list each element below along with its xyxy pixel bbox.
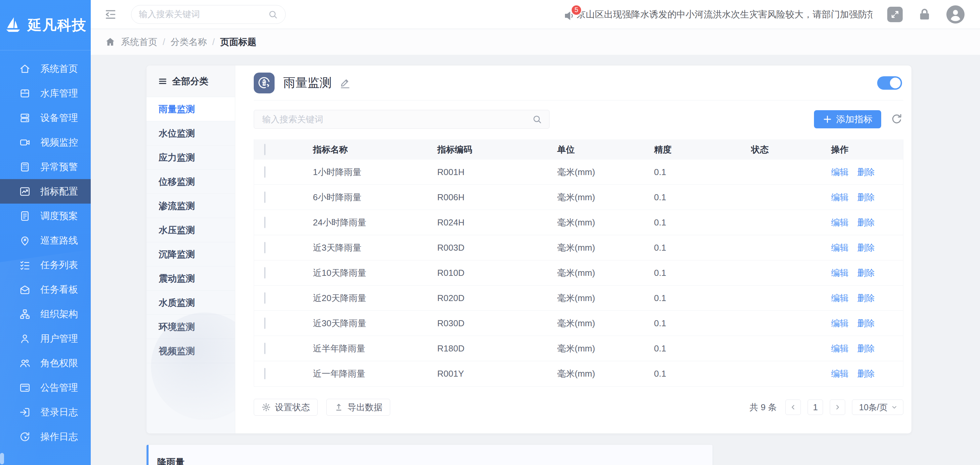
global-search-input[interactable] [139, 9, 268, 19]
delete-link[interactable]: 删除 [858, 343, 875, 354]
user-avatar[interactable] [947, 5, 964, 24]
metric-precision: 0.1 [654, 343, 751, 354]
metrics-table: 指标名称 指标编码 单位 精度 状态 操作 1小时降雨量 R001H 毫米(mm… [254, 140, 904, 387]
chevron-down-icon [891, 404, 898, 411]
announcement[interactable]: 5 京山区出现强降水诱发的中小河流洪水次生灾害风险较大，请部门加强防范。2025… [564, 6, 872, 23]
row-checkbox[interactable] [264, 292, 266, 304]
metric-code: R001H [437, 167, 557, 178]
category-item[interactable]: 震动监测 [146, 267, 235, 290]
delete-link[interactable]: 删除 [858, 217, 875, 229]
rainfall-chart-title: 降雨量 [157, 456, 713, 465]
delete-link[interactable]: 删除 [858, 317, 875, 329]
delete-link[interactable]: 删除 [858, 242, 875, 254]
lock-icon[interactable] [918, 7, 932, 22]
edit-link[interactable]: 编辑 [831, 343, 849, 354]
metric-name: 近一年降雨量 [313, 368, 437, 380]
search-icon[interactable] [532, 114, 542, 124]
chevron-right-icon [834, 403, 841, 411]
edit-link[interactable]: 编辑 [831, 267, 849, 279]
sidebar-item[interactable]: 巡查路线 [0, 228, 91, 253]
category-panel-title: 全部分类 [172, 75, 208, 87]
gear-icon [261, 403, 271, 412]
metric-name: 6小时降雨量 [313, 192, 437, 203]
category-item[interactable]: 水位监测 [146, 121, 235, 146]
breadcrumb-item[interactable]: 系统首页 [121, 36, 157, 48]
table-search-input[interactable] [254, 110, 549, 129]
current-page[interactable]: 1 [808, 400, 823, 415]
delete-link[interactable]: 删除 [858, 292, 875, 304]
edit-title-icon[interactable] [339, 77, 351, 89]
metric-name: 近10天降雨量 [313, 267, 437, 279]
table-search [254, 110, 549, 129]
category-enable-toggle[interactable] [877, 76, 902, 90]
sidebar-item[interactable]: 系统首页 [0, 56, 91, 81]
delete-link[interactable]: 删除 [858, 368, 875, 380]
global-search [131, 5, 286, 24]
sidebar-scrollbar[interactable] [0, 453, 4, 464]
metric-unit: 毫米(mm) [557, 192, 654, 203]
brand-logo[interactable]: 延凡科技 [0, 0, 91, 51]
sidebar-item[interactable]: 异常预警 [0, 154, 91, 179]
category-title-row: 雨量监测 [254, 65, 904, 100]
search-icon[interactable] [268, 10, 278, 19]
edit-link[interactable]: 编辑 [831, 368, 849, 380]
metric-precision: 0.1 [654, 167, 751, 178]
metric-unit: 毫米(mm) [557, 368, 654, 380]
export-icon [334, 403, 344, 412]
row-checkbox[interactable] [264, 368, 266, 379]
category-item[interactable]: 雨量监测 [146, 97, 235, 121]
prev-page-button[interactable] [786, 400, 801, 415]
sidebar-item[interactable]: 视频监控 [0, 130, 91, 154]
category-item[interactable]: 应力监测 [146, 146, 235, 170]
sidebar-item[interactable]: 调度预案 [0, 204, 91, 228]
row-checkbox[interactable] [264, 343, 266, 354]
set-status-button[interactable]: 设置状态 [254, 399, 318, 416]
content-area: 全部分类 雨量监测水位监测应力监测位移监测渗流监测水压监测沉降监测震动监测水质监… [91, 55, 980, 465]
category-item[interactable]: 渗流监测 [146, 194, 235, 218]
edit-link[interactable]: 编辑 [831, 192, 849, 203]
metric-code: R003D [437, 243, 557, 253]
page-size-select[interactable]: 10条/页 [852, 400, 904, 415]
row-checkbox[interactable] [264, 317, 266, 329]
breadcrumb-home-icon[interactable] [105, 37, 116, 48]
select-all-checkbox[interactable] [264, 144, 266, 155]
edit-link[interactable]: 编辑 [831, 317, 849, 329]
col-header: 指标编码 [437, 144, 557, 156]
refresh-icon[interactable] [890, 113, 904, 126]
row-checkbox[interactable] [264, 166, 266, 178]
export-data-button[interactable]: 导出数据 [326, 399, 390, 416]
menu-fold-icon[interactable] [104, 8, 117, 21]
metric-code: R024H [437, 217, 557, 228]
metric-unit: 毫米(mm) [557, 267, 654, 279]
edit-link[interactable]: 编辑 [831, 217, 849, 229]
category-panel-header[interactable]: 全部分类 [146, 65, 235, 97]
metric-code: R006H [437, 192, 557, 203]
row-checkbox[interactable] [264, 217, 266, 228]
table-row: 近30天降雨量 R030D 毫米(mm) 0.1 编辑 删除 [254, 311, 903, 336]
category-item[interactable]: 沉降监测 [146, 242, 235, 267]
category-item[interactable]: 水压监测 [146, 218, 235, 242]
row-checkbox[interactable] [264, 192, 266, 203]
sidebar-item[interactable]: 水库管理 [0, 81, 91, 105]
fullscreen-icon[interactable] [887, 7, 903, 22]
add-metric-button[interactable]: 添加指标 [814, 110, 881, 129]
breadcrumb-separator: / [163, 37, 165, 48]
delete-link[interactable]: 删除 [858, 166, 875, 178]
row-checkbox[interactable] [264, 242, 266, 253]
category-item[interactable]: 水质监测 [146, 290, 235, 315]
breadcrumb-item[interactable]: 分类名称 [171, 36, 207, 48]
table-header-row: 指标名称 指标编码 单位 精度 状态 操作 [254, 140, 903, 160]
category-item[interactable]: 位移监测 [146, 170, 235, 194]
sidebar-item[interactable]: 设备管理 [0, 105, 91, 130]
next-page-button[interactable] [830, 400, 845, 415]
delete-link[interactable]: 删除 [858, 192, 875, 203]
row-checkbox[interactable] [264, 267, 266, 279]
delete-link[interactable]: 删除 [858, 267, 875, 279]
metric-unit: 毫米(mm) [557, 242, 654, 254]
sidebar-item-label: 指标配置 [40, 185, 78, 198]
alert-icon [19, 161, 31, 173]
edit-link[interactable]: 编辑 [831, 166, 849, 178]
edit-link[interactable]: 编辑 [831, 242, 849, 254]
sidebar-item[interactable]: 指标配置 [0, 179, 91, 204]
edit-link[interactable]: 编辑 [831, 292, 849, 304]
